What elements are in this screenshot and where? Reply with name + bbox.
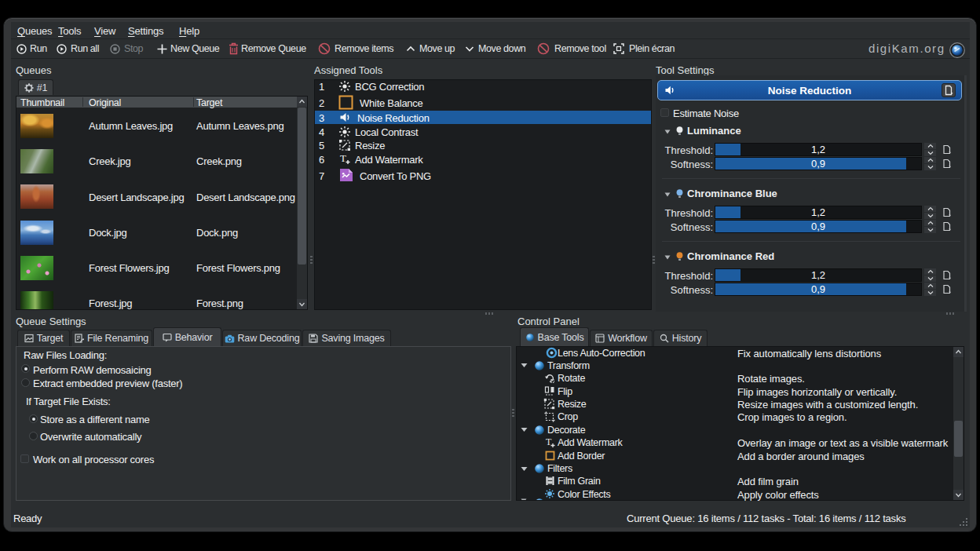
- svg-text:T: T: [340, 153, 346, 164]
